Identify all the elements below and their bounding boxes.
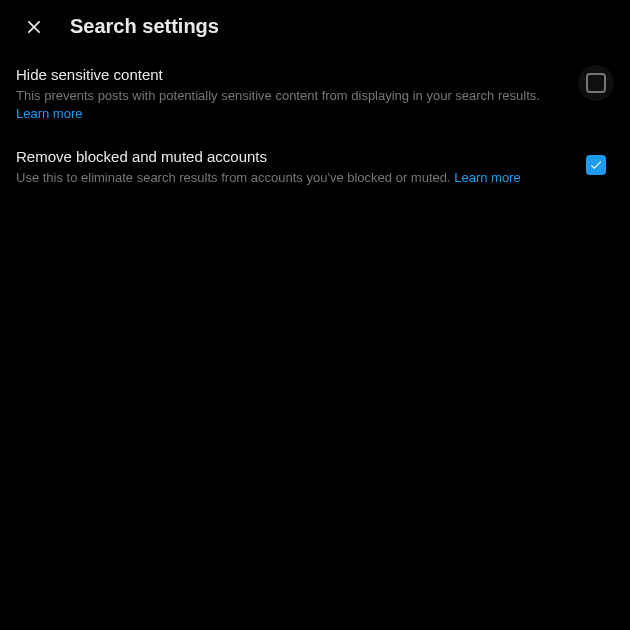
page-title: Search settings	[70, 15, 219, 38]
setting-description: Use this to eliminate search results fro…	[16, 169, 566, 187]
learn-more-link[interactable]: Learn more	[454, 170, 520, 185]
setting-desc-text: Use this to eliminate search results fro…	[16, 170, 454, 185]
hide-sensitive-checkbox[interactable]	[578, 65, 614, 101]
setting-remove-blocked: Remove blocked and muted accounts Use th…	[0, 135, 630, 199]
setting-hide-sensitive: Hide sensitive content This prevents pos…	[0, 53, 630, 135]
settings-list: Hide sensitive content This prevents pos…	[0, 53, 630, 199]
learn-more-link[interactable]: Learn more	[16, 106, 82, 121]
checkbox-checked-icon	[586, 155, 606, 175]
setting-row: Hide sensitive content This prevents pos…	[16, 65, 614, 123]
remove-blocked-checkbox[interactable]	[578, 147, 614, 183]
close-button[interactable]	[16, 9, 52, 45]
checkbox-unchecked-icon	[586, 73, 606, 93]
setting-text: Remove blocked and muted accounts Use th…	[16, 147, 578, 187]
close-icon	[24, 17, 44, 37]
setting-title: Remove blocked and muted accounts	[16, 147, 566, 167]
setting-desc-text: This prevents posts with potentially sen…	[16, 88, 540, 103]
setting-description: This prevents posts with potentially sen…	[16, 87, 566, 123]
setting-title: Hide sensitive content	[16, 65, 566, 85]
modal-header: Search settings	[0, 0, 630, 53]
setting-row: Remove blocked and muted accounts Use th…	[16, 147, 614, 187]
setting-text: Hide sensitive content This prevents pos…	[16, 65, 578, 123]
